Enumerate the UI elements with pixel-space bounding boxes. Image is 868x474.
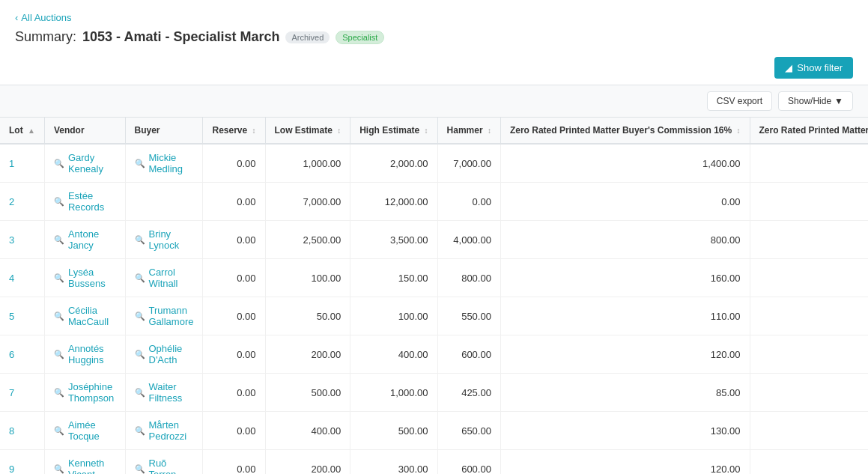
vendor-name[interactable]: Cécilia MacCaull: [68, 305, 116, 327]
search-icon: 🔍: [54, 312, 64, 321]
buyer-name[interactable]: Briny Lynock: [149, 228, 194, 251]
lot-link[interactable]: 9: [9, 464, 14, 475]
search-icon: 🔍: [54, 426, 64, 436]
vendor-name[interactable]: Lyséa Bussens: [68, 267, 116, 289]
col-header-high-estimate[interactable]: High Estimate ↕: [350, 118, 437, 144]
col-header-low-estimate[interactable]: Low Estimate ↕: [265, 118, 350, 144]
vendor-cell-content: 🔍Cécilia MacCaull: [54, 305, 116, 327]
lot-link[interactable]: 7: [9, 387, 14, 398]
buyer-cell-content: 🔍Waiter Filtness: [135, 381, 194, 404]
cell-low-estimate: 7,000.00: [265, 183, 350, 221]
search-icon: 🔍: [135, 426, 145, 436]
cell-zrpm2: [750, 450, 868, 475]
csv-export-button[interactable]: CSV export: [707, 91, 772, 111]
cell-low-estimate: 2,500.00: [265, 221, 350, 259]
cell-vendor: 🔍Annotés Huggins: [44, 335, 125, 374]
lot-link[interactable]: 6: [9, 349, 14, 360]
vendor-cell-content: 🔍Joséphine Thompson: [54, 381, 116, 404]
col-header-hammer[interactable]: Hammer ↕: [437, 118, 500, 144]
lot-link[interactable]: 4: [9, 273, 14, 284]
lot-link[interactable]: 1: [9, 158, 14, 169]
cell-high-estimate: 150.00: [350, 259, 437, 297]
cell-vendor: 🔍Gardy Kenealy: [44, 144, 125, 183]
cell-buyer: 🔍Ophélie D'Acth: [125, 335, 203, 374]
cell-low-estimate: 200.00: [265, 335, 350, 374]
cell-buyer: 🔍Carrol Witnall: [125, 259, 203, 297]
buyer-name[interactable]: Carrol Witnall: [149, 267, 194, 289]
cell-reserve: 0.00: [203, 374, 265, 412]
vendor-name[interactable]: Gardy Kenealy: [68, 152, 116, 174]
buyer-cell-content: 🔍Mårten Pedrozzi: [135, 419, 194, 442]
search-icon: 🔍: [135, 235, 145, 245]
table-row: 3🔍Antone Jancy🔍Briny Lynock0.002,500.003…: [0, 221, 868, 259]
badge-archived: Archived: [285, 31, 330, 43]
search-icon: 🔍: [54, 159, 64, 168]
vendor-cell-content: 🔍Kenneth Vicent: [54, 458, 116, 474]
cell-vendor: 🔍Estée Records: [44, 183, 125, 221]
vendor-name[interactable]: Aimée Tocque: [68, 419, 116, 442]
cell-lot: 4: [0, 259, 44, 297]
buyer-name[interactable]: Mårten Pedrozzi: [149, 419, 194, 442]
cell-lot: 7: [0, 374, 44, 412]
table-row: 4🔍Lyséa Bussens🔍Carrol Witnall0.00100.00…: [0, 259, 868, 297]
cell-reserve: 0.00: [203, 259, 265, 297]
page-title: Summary: 1053 - Amati - Specialist March…: [15, 29, 853, 45]
cell-zrpm2: [750, 183, 868, 221]
show-hide-button[interactable]: Show/Hide ▼: [778, 91, 853, 111]
cell-high-estimate: 400.00: [350, 335, 437, 374]
col-header-lot[interactable]: Lot ▲: [0, 118, 44, 144]
table-wrapper: Lot ▲ Vendor Buyer Reserve ↕ Low Estimat…: [0, 118, 868, 474]
lot-link[interactable]: 8: [9, 425, 14, 437]
lot-link[interactable]: 5: [9, 311, 14, 322]
cell-reserve: 0.00: [203, 412, 265, 450]
show-filter-label: Show filter: [797, 62, 843, 73]
table-row: 7🔍Joséphine Thompson🔍Waiter Filtness0.00…: [0, 374, 868, 412]
cell-lot: 6: [0, 335, 44, 374]
table-row: 2🔍Estée Records0.007,000.0012,000.000.00…: [0, 183, 868, 221]
vendor-name[interactable]: Estée Records: [68, 190, 116, 213]
buyer-name[interactable]: Mickie Medling: [149, 152, 194, 174]
buyer-name[interactable]: Trumann Gallamore: [149, 305, 194, 327]
vendor-name[interactable]: Antone Jancy: [68, 228, 116, 251]
cell-hammer: 800.00: [437, 259, 500, 297]
cell-reserve: 0.00: [203, 183, 265, 221]
lot-link[interactable]: 3: [9, 234, 14, 246]
search-icon: 🔍: [135, 350, 145, 359]
title-main: 1053 - Amati - Specialist March: [82, 29, 279, 45]
summary-table: Lot ▲ Vendor Buyer Reserve ↕ Low Estimat…: [0, 118, 868, 474]
cell-hammer: 425.00: [437, 374, 500, 412]
cell-vendor: 🔍Aimée Tocque: [44, 412, 125, 450]
cell-reserve: 0.00: [203, 144, 265, 183]
table-row: 9🔍Kenneth Vicent🔍Ruõ Terren0.00200.00300…: [0, 450, 868, 475]
search-icon: 🔍: [54, 350, 64, 359]
cell-zrpm16: 120.00: [500, 450, 750, 475]
cell-high-estimate: 3,500.00: [350, 221, 437, 259]
col-header-zrpm16[interactable]: Zero Rated Printed Matter Buyer's Commis…: [500, 118, 750, 144]
table-header-row: Lot ▲ Vendor Buyer Reserve ↕ Low Estimat…: [0, 118, 868, 144]
cell-hammer: 7,000.00: [437, 144, 500, 183]
cell-zrpm2: [750, 374, 868, 412]
col-header-reserve[interactable]: Reserve ↕: [203, 118, 265, 144]
search-icon: 🔍: [54, 235, 64, 245]
vendor-name[interactable]: Kenneth Vicent: [68, 458, 116, 474]
page-header: ‹ All Auctions Summary: 1053 - Amati - S…: [0, 0, 868, 51]
buyer-name[interactable]: Waiter Filtness: [149, 381, 194, 404]
cell-lot: 8: [0, 412, 44, 450]
cell-high-estimate: 1,000.00: [350, 374, 437, 412]
search-icon: 🔍: [54, 464, 64, 474]
vendor-name[interactable]: Annotés Huggins: [68, 343, 116, 365]
cell-low-estimate: 500.00: [265, 374, 350, 412]
cell-vendor: 🔍Lyséa Bussens: [44, 259, 125, 297]
buyer-name[interactable]: Ophélie D'Acth: [149, 343, 194, 365]
vendor-name[interactable]: Joséphine Thompson: [68, 381, 116, 404]
table-controls: CSV export Show/Hide ▼: [0, 85, 868, 118]
cell-low-estimate: 50.00: [265, 297, 350, 335]
col-header-vendor: Vendor: [44, 118, 125, 144]
buyer-cell-content: 🔍Ruõ Terren: [135, 458, 194, 474]
filter-icon: ◢: [785, 62, 792, 73]
buyer-cell-content: 🔍Mickie Medling: [135, 152, 194, 174]
back-link[interactable]: ‹ All Auctions: [15, 12, 72, 23]
show-filter-button[interactable]: ◢ Show filter: [774, 57, 853, 79]
buyer-name[interactable]: Ruõ Terren: [149, 458, 194, 474]
lot-link[interactable]: 2: [9, 196, 14, 207]
